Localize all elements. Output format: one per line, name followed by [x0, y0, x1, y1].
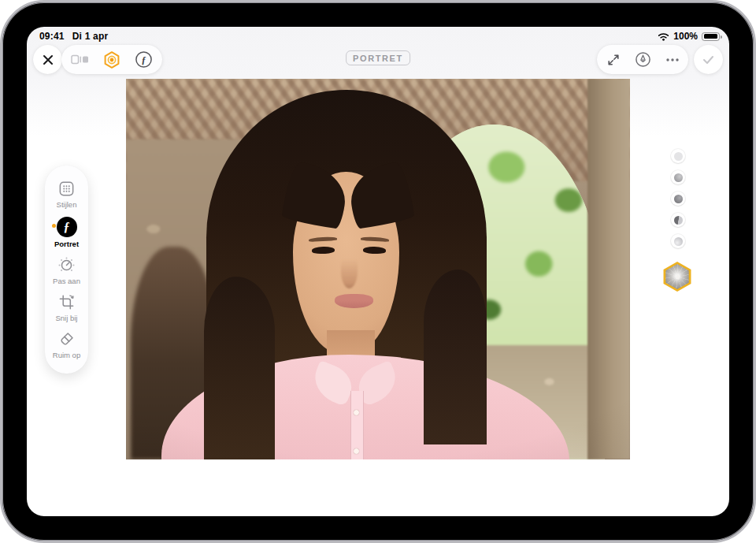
photo-edit-screen: 09:41 Di 1 apr 100%	[27, 27, 729, 516]
sidebar-item-label: Pas aan	[53, 277, 80, 285]
battery-cap	[721, 35, 722, 39]
battery-percent: 100%	[673, 31, 698, 42]
level-dot	[674, 152, 683, 161]
intensity-level-5[interactable]	[671, 234, 685, 248]
adjust-dial-icon	[57, 256, 76, 274]
markup-pen-icon	[635, 51, 651, 68]
status-time: 09:41	[39, 31, 65, 42]
status-date: Di 1 apr	[72, 31, 109, 42]
edit-tools-sidebar: Stijlen ƒ Portret	[45, 166, 88, 374]
more-options-button[interactable]	[659, 46, 686, 73]
effect-intensity-levels	[670, 149, 686, 248]
ipad-bezel: 09:41 Di 1 apr 100%	[0, 0, 756, 543]
portrait-f-glyph: ƒ	[64, 220, 70, 234]
level-dot	[674, 195, 683, 203]
styles-hexagon-button[interactable]	[98, 46, 125, 73]
sidebar-item-pas-aan[interactable]: Pas aan	[45, 256, 88, 285]
eraser-icon	[57, 330, 76, 348]
status-left: 09:41 Di 1 apr	[39, 31, 108, 42]
portrait-mode-button[interactable]: ƒ	[131, 46, 158, 73]
svg-text:ƒ: ƒ	[142, 54, 146, 65]
edit-mode-group: ƒ	[61, 45, 162, 74]
portrait-f-icon: ƒ	[135, 50, 153, 69]
level-dot	[674, 216, 683, 225]
confirm-button[interactable]	[694, 45, 723, 74]
sidebar-item-snij-bij[interactable]: Snij bij	[45, 293, 88, 322]
sidebar-item-stijlen[interactable]: Stijlen	[45, 180, 88, 209]
resize-expand-button[interactable]	[600, 46, 627, 73]
sidebar-item-portret[interactable]: ƒ Portret	[45, 217, 88, 248]
hexagon-effect-indicator[interactable]	[662, 262, 692, 292]
sidebar-item-label: Portret	[54, 240, 79, 248]
status-right: 100%	[658, 31, 720, 42]
sidebar-item-label: Stijlen	[57, 200, 77, 209]
sidebar-item-ruim-op[interactable]: Ruim op	[45, 330, 88, 359]
ipad-mockup: 09:41 Di 1 apr 100%	[0, 0, 756, 543]
intensity-level-2[interactable]	[671, 170, 685, 184]
photo-canvas[interactable]	[126, 79, 630, 459]
intensity-level-1[interactable]	[671, 149, 685, 163]
level-dot	[674, 173, 683, 182]
styles-grid-icon	[57, 180, 76, 198]
styles-hexagon-icon	[102, 50, 121, 69]
resize-expand-icon	[606, 53, 621, 67]
intensity-level-4[interactable]	[671, 213, 685, 227]
hexagon-highlight-dot	[676, 275, 680, 279]
photo-vignette	[126, 79, 630, 459]
close-icon	[42, 54, 54, 66]
status-bar: 09:41 Di 1 apr 100%	[27, 27, 729, 46]
battery-icon	[702, 32, 720, 41]
compare-before-after-icon	[71, 54, 89, 65]
active-mode-dot	[52, 224, 56, 228]
intensity-level-3[interactable]	[671, 192, 685, 206]
close-button[interactable]	[33, 45, 62, 74]
markup-button[interactable]	[629, 46, 656, 73]
more-ellipsis-icon	[665, 58, 680, 62]
wifi-icon	[658, 32, 669, 41]
mode-title-badge: PORTRET	[346, 50, 410, 65]
crop-icon	[57, 293, 76, 311]
portrait-f-icon: ƒ	[57, 217, 77, 237]
level-dot	[674, 237, 683, 246]
battery-fill	[704, 34, 717, 39]
view-tools-group	[597, 45, 688, 74]
compare-before-after-button[interactable]	[67, 46, 94, 73]
sidebar-item-label: Snij bij	[56, 314, 78, 322]
checkmark-icon	[701, 52, 716, 67]
sidebar-item-label: Ruim op	[53, 351, 80, 359]
